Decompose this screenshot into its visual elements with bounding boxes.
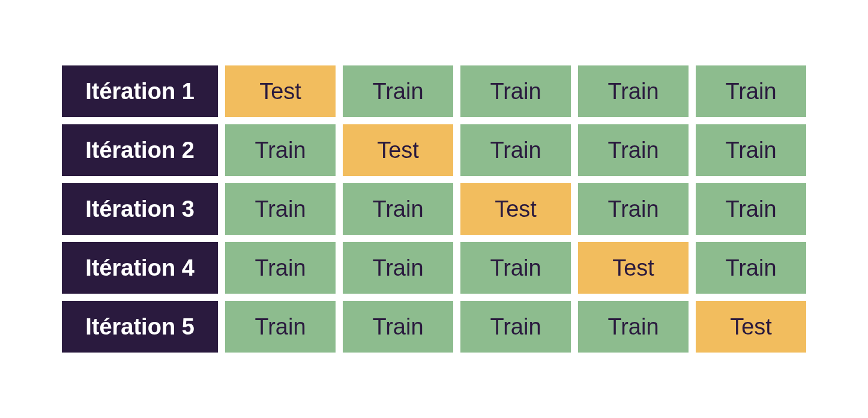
fold-cell: Train [460,65,571,117]
fold-cell: Train [225,124,336,176]
iteration-label: Itération 1 [62,65,218,117]
fold-cell: Test [696,301,806,353]
fold-cell: Train [225,301,336,353]
fold-cell: Train [343,65,453,117]
cross-validation-grid: Itération 1 Test Train Train Train Train… [62,65,806,353]
fold-cell: Train [696,65,806,117]
fold-cell: Train [343,242,453,294]
fold-cell: Train [343,183,453,235]
iteration-label: Itération 3 [62,183,218,235]
fold-cell: Test [343,124,453,176]
fold-cell: Train [696,124,806,176]
fold-cell: Train [696,183,806,235]
fold-cell: Train [578,65,689,117]
fold-cell: Train [460,242,571,294]
fold-cell: Train [578,301,689,353]
fold-cell: Test [578,242,689,294]
fold-cell: Train [225,183,336,235]
iteration-label: Itération 4 [62,242,218,294]
fold-cell: Train [696,242,806,294]
fold-cell: Train [578,183,689,235]
fold-cell: Train [578,124,689,176]
fold-cell: Train [460,301,571,353]
fold-cell: Test [460,183,571,235]
fold-cell: Train [460,124,571,176]
fold-cell: Train [225,242,336,294]
iteration-label: Itération 5 [62,301,218,353]
fold-cell: Train [343,301,453,353]
iteration-label: Itération 2 [62,124,218,176]
fold-cell: Test [225,65,336,117]
